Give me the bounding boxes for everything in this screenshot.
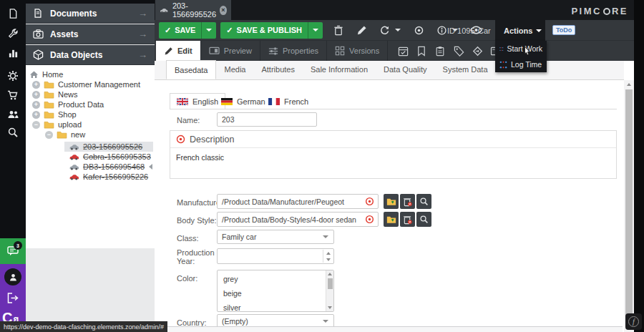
calendar-check-icon — [398, 46, 409, 57]
reload-button[interactable] — [376, 21, 393, 39]
tab-basedata[interactable]: Basedata — [166, 60, 216, 79]
settings-gear-icon[interactable] — [0, 66, 26, 86]
tab-properties[interactable]: Properties — [260, 41, 326, 61]
save-dropdown-arrow[interactable] — [201, 22, 216, 39]
tab-system-data[interactable]: System Data — [435, 60, 496, 79]
name-input[interactable]: 203 — [217, 112, 317, 127]
save-publish-dropdown-arrow[interactable] — [308, 22, 323, 39]
scroll-up-icon[interactable] — [328, 273, 332, 275]
workflow-button[interactable] — [468, 41, 487, 61]
documents-rail-icon[interactable] — [0, 4, 26, 24]
pencil-icon — [356, 25, 367, 36]
reload-dropdown-arrow[interactable] — [393, 21, 403, 39]
save-button[interactable]: ✓SAVE — [159, 22, 216, 39]
users-icon[interactable] — [0, 104, 26, 125]
chevron-down-icon — [323, 320, 328, 323]
close-icon[interactable]: × — [220, 6, 227, 15]
color-option[interactable]: grey — [223, 275, 238, 283]
tree-item-shop[interactable]: + Shop — [32, 109, 77, 119]
trash-icon — [333, 25, 343, 36]
search-icon[interactable] — [0, 122, 26, 142]
tree-item-cobra[interactable]: Cobra-1566995353 — [69, 152, 151, 162]
sidebar-panel-documents[interactable]: Documents → — [26, 4, 155, 24]
main-area: 203-1566995526 × PIMCRE ✓SAVE ✓SAVE & PU… — [155, 0, 644, 332]
save-publish-button[interactable]: ✓SAVE & PUBLISH — [220, 22, 323, 39]
bodystyle-remove-button[interactable] — [400, 212, 415, 227]
color-option[interactable]: silver — [223, 303, 241, 312]
manufacturer-remove-button[interactable] — [400, 194, 415, 209]
scroll-down-icon[interactable] — [328, 306, 332, 309]
pimcore-admin-window: 3 Cꞛ Documents → Assets → — [0, 0, 644, 332]
listbox-scrollbar[interactable] — [326, 270, 333, 311]
tags-button[interactable] — [449, 41, 468, 61]
tools-wrench-icon[interactable] — [0, 24, 26, 44]
avatar[interactable] — [4, 268, 21, 285]
tab-attributes[interactable]: Attributes — [253, 60, 302, 79]
tab-edit[interactable]: Edit — [156, 41, 200, 61]
tab-versions[interactable]: Versions — [327, 41, 387, 61]
tree-item-home[interactable]: Home — [29, 69, 63, 79]
notes-events-button[interactable] — [431, 41, 449, 61]
scroll-up-icon[interactable] — [627, 83, 631, 86]
view-tabbar: Edit Preview Properties Versions — [155, 41, 644, 61]
manufacturer-input[interactable]: /Product Data/Manufacturer/Peugeot — [217, 194, 379, 209]
notifications-panel-button[interactable] — [0, 238, 26, 264]
tab-data-quality[interactable]: Data Quality — [376, 60, 435, 79]
scroll-thumb[interactable] — [625, 89, 633, 326]
actions-button[interactable]: Actions — [495, 20, 545, 41]
menu-item-log-time[interactable]: Log Time — [495, 57, 547, 72]
bodystyle-open-button[interactable] — [384, 212, 399, 227]
sidebar-panel-data-objects[interactable]: Data Objects → — [26, 45, 155, 65]
manufacturer-search-button[interactable] — [416, 194, 431, 209]
manufacturer-open-button[interactable] — [384, 194, 399, 209]
class-select[interactable]: Family car — [217, 230, 334, 244]
ecommerce-cart-icon[interactable] — [0, 85, 26, 105]
tab-media[interactable]: Media — [216, 60, 253, 79]
tab-preview[interactable]: Preview — [201, 41, 260, 61]
sidebar-panel-assets[interactable]: Assets → — [26, 24, 155, 44]
rename-button[interactable] — [353, 21, 370, 39]
collapse-minus-icon[interactable]: − — [45, 131, 53, 139]
tree-item-203[interactable]: 203-1566995526 — [69, 142, 142, 152]
expand-plus-icon[interactable]: + — [32, 91, 40, 99]
collapse-minus-icon[interactable]: − — [32, 121, 40, 129]
delete-button[interactable] — [330, 21, 347, 39]
left-icon-rail: 3 Cꞛ — [0, 0, 26, 332]
lang-tab-french[interactable]: French — [262, 93, 315, 109]
color-listbox[interactable]: grey beige silver — [217, 270, 334, 312]
content-scrollbar[interactable] — [624, 80, 634, 332]
tree-item-product-data[interactable]: + Product Data — [32, 99, 104, 109]
tree-item-upload[interactable]: − upload — [32, 119, 82, 130]
description-title[interactable]: Description — [190, 135, 235, 145]
expand-plus-icon[interactable]: + — [32, 81, 40, 89]
production-year-spinner[interactable] — [217, 248, 334, 264]
bodystyle-search-button[interactable] — [416, 212, 431, 227]
menu-item-start-work[interactable]: Start Work — [495, 41, 547, 57]
tree-item-db3[interactable]: DB3-1566995468 — [69, 162, 145, 172]
notification-count-badge: 3 — [14, 241, 22, 250]
scroll-thumb[interactable] — [328, 278, 333, 289]
tree-item-new[interactable]: − new — [45, 130, 85, 140]
expand-plus-icon[interactable]: + — [32, 111, 40, 119]
schedule-button[interactable] — [394, 41, 412, 61]
sidebar-collapse-handle[interactable] — [149, 164, 152, 170]
tab-sale-information[interactable]: Sale Information — [303, 60, 376, 79]
bodystyle-input[interactable]: /Product Data/Body-Styles/4-door sedan — [217, 212, 379, 227]
tree-item-kafer[interactable]: Kafer-1566995226 — [69, 172, 148, 182]
user-icon — [9, 273, 18, 282]
color-option[interactable]: beige — [223, 289, 242, 298]
description-text[interactable]: French classic — [170, 148, 616, 167]
tree-item-news[interactable]: + News — [32, 89, 78, 99]
expand-plus-icon[interactable]: + — [32, 101, 40, 109]
open-document-tab[interactable]: 203-1566995526 × — [155, 0, 231, 20]
locate-in-tree-button[interactable] — [410, 21, 427, 39]
bookmark-button[interactable] — [412, 41, 431, 61]
reports-chart-icon[interactable] — [0, 43, 26, 63]
object-class-label: Car — [478, 20, 491, 41]
logout-icon[interactable] — [6, 292, 19, 307]
search-icon — [419, 215, 429, 224]
spinner-arrows[interactable] — [323, 250, 333, 263]
clipboard-icon — [435, 46, 445, 57]
overlay-extension-badge[interactable]: f — [625, 313, 642, 330]
tree-item-customer-management[interactable]: + Customer Management — [32, 79, 140, 89]
